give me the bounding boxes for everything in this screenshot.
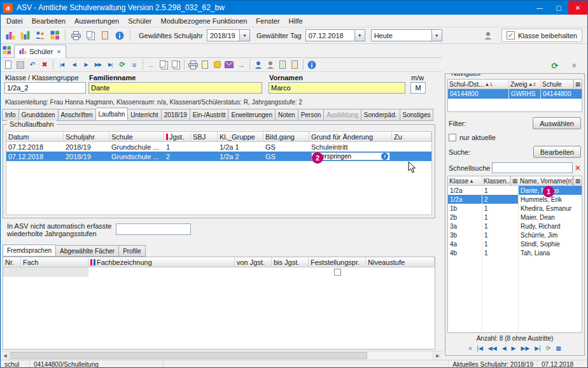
col-zweig[interactable]: Zweig▲2 xyxy=(509,80,541,88)
col-von-jgst[interactable]: von Jgst. xyxy=(235,257,272,267)
export-icon[interactable]: → xyxy=(235,59,247,71)
schuljahr-select[interactable]: 2018/19 ▼ xyxy=(207,29,250,41)
next-record-icon[interactable]: ▶ xyxy=(512,345,516,351)
tab-unterricht[interactable]: Unterricht xyxy=(128,109,161,121)
dropdown-icon[interactable]: ▼ xyxy=(239,30,249,41)
klasse-beibehalten-checkbox[interactable]: ✓ Klasse beibehalten xyxy=(501,29,582,42)
menu-modulbezogene-funktionen[interactable]: Modulbezogene Funktionen xyxy=(157,16,252,26)
minimize-button[interactable]: — xyxy=(530,1,549,15)
col-bildgang[interactable]: Bild.gang xyxy=(263,132,309,141)
col-jgst[interactable]: Jgst. xyxy=(164,132,191,141)
col-fachbezeichnung[interactable]: Fachbezeichnung xyxy=(88,257,235,267)
help-info-icon[interactable] xyxy=(306,59,318,71)
copy-pages-icon[interactable] xyxy=(84,29,97,42)
menu-datei[interactable]: Datei xyxy=(2,16,27,26)
save-icon[interactable] xyxy=(15,59,26,71)
vornamen-input[interactable] xyxy=(269,82,405,94)
module-students-icon[interactable] xyxy=(4,29,17,42)
tab-schuljahr[interactable]: 2018/19 xyxy=(162,109,190,121)
col-zu[interactable]: Zu xyxy=(392,132,431,141)
tab-person[interactable]: Person xyxy=(298,109,325,121)
column-config-icon[interactable]: ▦ xyxy=(510,176,519,185)
col-schuljahr[interactable]: Schuljahr xyxy=(64,132,109,141)
tab-anschriften[interactable]: Anschriften xyxy=(59,109,96,121)
col-klassengruppe[interactable]: Klassen... xyxy=(482,176,510,185)
student-row[interactable]: 3a 1 Rudy, Richard xyxy=(448,222,582,230)
checkbox-checked-icon[interactable]: ✓ xyxy=(507,31,515,39)
close-button[interactable]: ✕ xyxy=(568,1,587,15)
module-school-icon[interactable] xyxy=(48,29,61,42)
col-schul-dst[interactable]: Schul-/Dst...▲1 xyxy=(448,80,509,88)
tab-profile[interactable]: Profile xyxy=(119,245,145,257)
auswaehlen-button[interactable]: Auswählen xyxy=(533,117,581,129)
zeitraum-select[interactable]: Heute ▼ xyxy=(371,29,442,41)
bearbeiten-button[interactable]: Bearbeiten xyxy=(533,146,581,158)
tab-schueler[interactable]: Schüler × xyxy=(14,45,66,58)
info-icon[interactable] xyxy=(113,29,126,42)
laufbahn-row-selected[interactable]: 07.12.2018 2018/19 Grundschule ... 2 1/2… xyxy=(6,152,431,161)
scroll-right-icon[interactable]: ▶ xyxy=(433,351,442,360)
fast-next-record-icon[interactable]: ▶▶ xyxy=(521,345,530,351)
student-row[interactable]: 3b 1 Schürrle, Jim xyxy=(448,230,582,239)
col-klasse[interactable]: Klasse▲ xyxy=(448,176,482,185)
delete-record-icon[interactable]: ✖ xyxy=(39,59,50,71)
klasse-input[interactable] xyxy=(4,82,86,94)
fremdsprachen-row[interactable] xyxy=(3,267,435,277)
paste-icon[interactable] xyxy=(170,59,181,71)
schnellsuche-input[interactable] xyxy=(492,162,573,173)
column-config-icon[interactable]: ▦ xyxy=(573,80,582,88)
comment-icon[interactable] xyxy=(211,59,223,71)
back-icon[interactable]: ← xyxy=(146,59,157,71)
tab-sonderpaed[interactable]: Sonderpäd. xyxy=(361,109,400,121)
dropdown-icon[interactable]: ▼ xyxy=(354,30,365,41)
first-record-icon[interactable]: |◀ xyxy=(477,345,483,351)
module-close-icon[interactable]: ✕ xyxy=(568,60,580,71)
fast-prev-record-icon[interactable]: ◀◀ xyxy=(488,345,497,351)
col-datum[interactable]: Datum xyxy=(6,132,64,141)
mw-input[interactable] xyxy=(410,82,426,94)
print-preview-icon[interactable] xyxy=(199,59,211,71)
tab-grunddaten[interactable]: Grunddaten xyxy=(19,109,59,121)
student-row[interactable]: 4b 1 Tah, Liana xyxy=(448,248,582,257)
tab-sonstiges[interactable]: Sonstiges xyxy=(400,109,434,121)
menu-auswertungen[interactable]: Auswertungen xyxy=(70,16,123,26)
col-schule[interactable]: Schule xyxy=(541,80,573,88)
student-row[interactable]: 4a 1 Stindl, Sophie xyxy=(448,239,582,248)
module-grid-icon[interactable] xyxy=(3,46,12,55)
refresh-icon[interactable]: ⟳ xyxy=(116,59,128,71)
refresh-icon[interactable]: ⟳ xyxy=(546,345,551,351)
laufbahn-row[interactable]: 07.12.2018 2018/19 Grundschule ... 1 1/2… xyxy=(6,142,431,152)
next-record-icon[interactable]: ▶ xyxy=(80,59,92,71)
copy-icon[interactable] xyxy=(158,59,169,71)
horizontal-scrollbar[interactable]: ◀ ▶ xyxy=(1,351,442,360)
print-icon[interactable] xyxy=(69,29,82,42)
clear-search-icon[interactable]: ✕ xyxy=(575,164,581,173)
print-icon[interactable] xyxy=(187,59,199,71)
student-row[interactable]: 1b 1 Khedira, Esmanur xyxy=(448,204,582,213)
col-fach[interactable]: Fach xyxy=(21,257,88,267)
col-schule[interactable]: Schule xyxy=(109,132,164,141)
col-kl-gruppe[interactable]: Kl._Gruppe xyxy=(218,132,263,141)
doc-export-icon[interactable] xyxy=(277,59,288,71)
titlebar[interactable]: a ASV - Amtliche Schulverwaltung Version… xyxy=(1,1,587,15)
wiederholte-input[interactable] xyxy=(116,223,191,235)
last-record-icon[interactable]: ▶| xyxy=(535,345,540,351)
student-row[interactable]: 1/2a 1 Dante, Marco xyxy=(448,186,582,195)
column-config-icon[interactable]: ▦ xyxy=(573,176,582,185)
menu-schueler[interactable]: Schüler xyxy=(123,16,156,26)
feststellungspr-checkbox[interactable] xyxy=(334,269,341,276)
tag-date-select[interactable]: 07.12.2018 ▼ xyxy=(305,29,365,41)
new-record-icon[interactable] xyxy=(3,59,14,71)
mail-icon[interactable] xyxy=(223,59,235,71)
add-student-icon[interactable] xyxy=(253,59,264,71)
tab-close-icon[interactable]: × xyxy=(57,48,60,55)
col-feststellungspr[interactable]: Feststellungspr. xyxy=(309,257,366,267)
col-niveaustufe[interactable]: Niveaustufe xyxy=(366,257,435,267)
col-bis-jgst[interactable]: bis Jgst. xyxy=(272,257,309,267)
tab-noten[interactable]: Noten xyxy=(276,109,298,121)
prev-record-icon[interactable]: ◀ xyxy=(502,345,507,351)
undo-icon[interactable]: ↶ xyxy=(27,59,38,71)
last-record-icon[interactable]: ▶| xyxy=(104,59,116,71)
tab-abgewaehlte-faecher[interactable]: Abgewählte Fächer xyxy=(56,245,119,257)
maximize-button[interactable]: ▢ xyxy=(549,1,568,15)
